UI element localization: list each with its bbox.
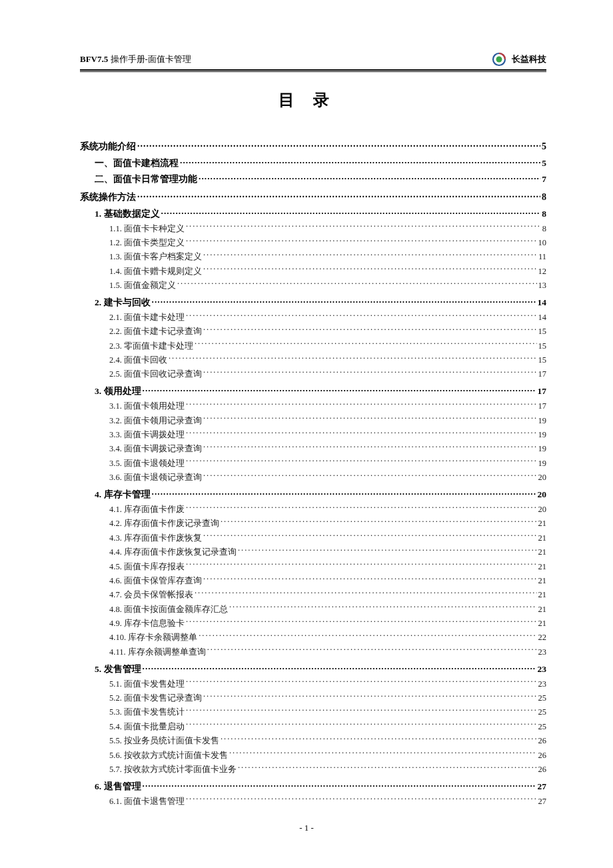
toc-leader-dots — [221, 518, 537, 527]
toc-entry[interactable]: 5.7. 按收款方式统计零面值卡业务26 — [109, 763, 546, 776]
product-name: BFV7.5 — [80, 54, 108, 64]
toc-entry[interactable]: 4. 库存卡管理20 — [95, 489, 546, 501]
toc-entry[interactable]: 6.1. 面值卡退售管理27 — [109, 795, 546, 808]
toc-entry[interactable]: 4.8. 面值卡按面值金额库存汇总21 — [109, 603, 546, 616]
toc-page-number: 15 — [538, 325, 547, 338]
toc-leader-dots — [169, 355, 537, 363]
toc-entry[interactable]: 2. 建卡与回收14 — [95, 296, 546, 309]
toc-entry[interactable]: 5.6. 按收款方式统计面值卡发售26 — [109, 749, 546, 762]
toc-leader-dots — [161, 207, 541, 217]
toc-entry[interactable]: 1.2. 面值卡类型定义10 — [109, 237, 546, 249]
toc-entry[interactable]: 1.1. 面值卡卡种定义8 — [109, 223, 546, 235]
toc-entry[interactable]: 4.5. 面值卡库存报表21 — [109, 561, 546, 573]
toc-leader-dots — [229, 603, 537, 612]
toc-page-number: 22 — [538, 631, 547, 644]
toc-page-number: 21 — [538, 561, 547, 573]
toc-entry[interactable]: 二、面值卡日常管理功能7 — [95, 173, 546, 186]
toc-entry[interactable]: 4.11. 库存余额调整单查询23 — [109, 646, 546, 659]
toc-page-number: 10 — [538, 237, 547, 249]
toc-entry[interactable]: 4.6. 面值卡保管库存查询21 — [109, 575, 546, 587]
toc-page-number: 20 — [538, 489, 547, 500]
toc-page-number: 27 — [538, 795, 547, 808]
toc-page-number: 14 — [538, 297, 547, 308]
toc-entry[interactable]: 5.1. 面值卡发售处理23 — [109, 678, 546, 691]
toc-page-number: 19 — [538, 429, 547, 441]
toc-label: 5.5. 按业务员统计面值卡发售 — [109, 735, 219, 747]
toc-label: 二、面值卡日常管理功能 — [95, 173, 197, 185]
toc-label: 1. 基础数据定义 — [95, 208, 160, 220]
toc-label: 2.1. 面值卡建卡处理 — [109, 311, 185, 324]
toc-entry[interactable]: 3.2. 面值卡领用记录查询19 — [109, 415, 546, 427]
toc-entry[interactable]: 3.1. 面值卡领用处理17 — [109, 400, 546, 413]
toc-entry[interactable]: 5.3. 面值卡发售统计25 — [109, 706, 546, 719]
toc-entry[interactable]: 3.4. 面值卡调拨记录查询19 — [109, 443, 546, 455]
toc-entry[interactable]: 5.5. 按业务员统计面值卡发售26 — [109, 735, 546, 747]
toc-label: 6. 退售管理 — [95, 781, 141, 793]
toc-entry[interactable]: 3. 领用处理17 — [95, 385, 546, 398]
toc-label: 6.1. 面值卡退售管理 — [109, 795, 185, 808]
toc-leader-dots — [186, 457, 537, 466]
toc-page-number: 21 — [538, 575, 547, 587]
toc-leader-dots — [207, 646, 537, 655]
toc-page-number: 8 — [542, 209, 546, 219]
toc-entry[interactable]: 1.5. 面值金额定义13 — [109, 279, 546, 292]
toc-entry[interactable]: 4.4. 库存面值卡作废恢复记录查询21 — [109, 546, 546, 559]
toc-entry[interactable]: 2.1. 面值卡建卡处理14 — [109, 311, 546, 324]
toc-label: 3. 领用处理 — [95, 385, 141, 397]
toc-leader-dots — [186, 707, 537, 715]
toc-label: 5.1. 面值卡发售处理 — [109, 678, 185, 691]
toc-entry[interactable]: 3.6. 面值卡退领记录查询20 — [109, 471, 546, 484]
toc-entry[interactable]: 2.5. 面值卡回收记录查询17 — [109, 368, 546, 381]
toc-entry[interactable]: 系统操作方法8 — [80, 191, 546, 203]
toc-entry[interactable]: 一、面值卡建档流程5 — [95, 157, 546, 169]
toc-leader-dots — [199, 632, 536, 641]
toc-entry[interactable]: 4.9. 库存卡信息验卡21 — [109, 617, 546, 630]
toc-page-number: 7 — [542, 174, 546, 185]
toc-label: 3.4. 面值卡调拨记录查询 — [109, 443, 202, 455]
toc-leader-dots — [195, 340, 537, 349]
toc-leader-dots — [229, 749, 537, 758]
toc-entry[interactable]: 3.5. 面值卡退领处理19 — [109, 457, 546, 470]
toc-entry[interactable]: 6. 退售管理27 — [95, 780, 546, 793]
toc-entry[interactable]: 系统功能介绍5 — [80, 140, 546, 153]
toc-page-number: 15 — [538, 340, 547, 353]
toc-page-number: 11 — [538, 251, 546, 263]
toc-leader-dots — [186, 401, 537, 409]
toc-label: 4.11. 库存余额调整单查询 — [109, 646, 206, 659]
toc-entry[interactable]: 4.3. 库存面值卡作废恢复21 — [109, 532, 546, 545]
toc-entry[interactable]: 5. 发售管理23 — [95, 663, 546, 675]
toc-page-number: 5 — [542, 141, 546, 152]
toc-label: 1.1. 面值卡卡种定义 — [109, 223, 185, 235]
toc-page-number: 21 — [538, 589, 547, 601]
header-divider — [80, 69, 546, 72]
toc-entry[interactable]: 2.3. 零面值卡建卡处理15 — [109, 340, 546, 353]
toc-label: 2.5. 面值卡回收记录查询 — [109, 368, 202, 381]
toc-page-number: 21 — [538, 603, 547, 616]
toc-entry[interactable]: 5.2. 面值卡发售记录查询25 — [109, 692, 546, 705]
toc-entry[interactable]: 1.3. 面值卡客户档案定义11 — [109, 251, 546, 263]
toc-leader-dots — [152, 489, 536, 498]
toc-entry[interactable]: 3.3. 面值卡调拨处理19 — [109, 429, 546, 441]
document-page: BFV7.5 操作手册-面值卡管理 长益科技 目录 系统功能介绍5一、面值卡建档… — [0, 0, 613, 808]
toc-entry[interactable]: 1. 基础数据定义8 — [95, 207, 546, 220]
toc-label: 5. 发售管理 — [95, 663, 141, 675]
toc-label: 4.7. 会员卡保管帐报表 — [109, 589, 193, 601]
toc-entry[interactable]: 4.2. 库存面值卡作废记录查询21 — [109, 517, 546, 530]
svg-point-1 — [496, 57, 502, 63]
toc-entry[interactable]: 1.4. 面值卡赠卡规则定义12 — [109, 265, 546, 278]
toc-entry[interactable]: 4.1. 库存面值卡作废20 — [109, 503, 546, 516]
toc-page-number: 19 — [538, 443, 547, 455]
toc-entry[interactable]: 2.2. 面值卡建卡记录查询15 — [109, 325, 546, 338]
toc-page-number: 21 — [538, 517, 547, 530]
toc-page-number: 15 — [538, 354, 547, 367]
toc-label: 4.5. 面值卡库存报表 — [109, 561, 185, 573]
toc-leader-dots — [177, 280, 537, 289]
toc-entry[interactable]: 4.10. 库存卡余额调整单22 — [109, 631, 546, 644]
toc-entry[interactable]: 2.4. 面值卡回收15 — [109, 354, 546, 367]
toc-leader-dots — [186, 504, 537, 513]
toc-entry[interactable]: 5.4. 面值卡批量启动25 — [109, 721, 546, 733]
toc-page-number: 26 — [538, 735, 547, 747]
toc-page-number: 14 — [538, 311, 547, 324]
toc-entry[interactable]: 4.7. 会员卡保管帐报表21 — [109, 589, 546, 601]
toc-page-number: 23 — [538, 664, 547, 675]
